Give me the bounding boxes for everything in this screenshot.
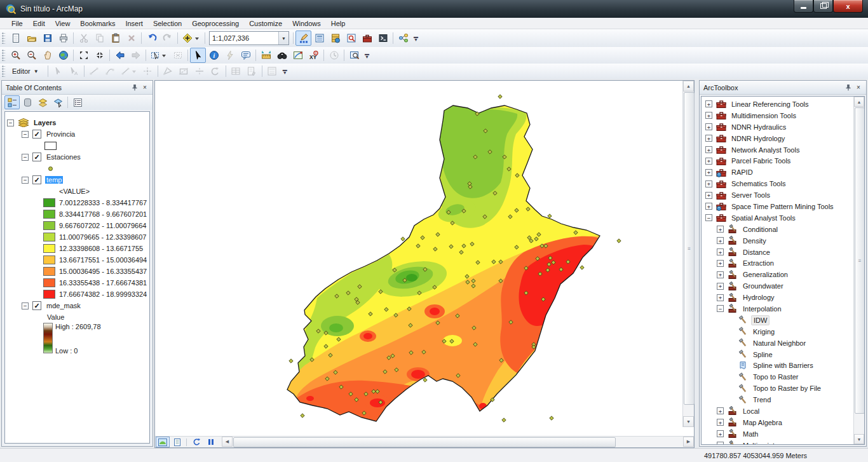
catalog-window-button[interactable] (327, 31, 343, 46)
arctoolbox-item-ndnr-hydraulics[interactable]: +NDNR Hydraulics (702, 121, 853, 133)
list-by-source-button[interactable] (20, 95, 35, 109)
scroll-up-icon[interactable]: ▲ (683, 81, 694, 92)
arctoolbox-item-generalization[interactable]: +Generalization (702, 269, 853, 280)
go-back-extent-button[interactable] (112, 48, 128, 63)
menu-edit[interactable]: Edit (28, 19, 50, 28)
arctoolbox-item-label[interactable]: Interpolation (741, 304, 783, 313)
expand-icon[interactable]: + (705, 123, 712, 130)
layer-label-estaciones[interactable]: Estaciones (45, 153, 82, 161)
legend-swatch[interactable] (43, 198, 55, 207)
table-of-contents-button[interactable] (311, 31, 327, 46)
arctoolbox-item-label[interactable]: Topo to Raster (751, 372, 801, 381)
arctoolbox-item-rapid[interactable]: +RAPID (702, 166, 853, 178)
menu-bookmarks[interactable]: Bookmarks (75, 19, 120, 28)
edit-annotation-tool[interactable]: A (66, 64, 82, 79)
arctoolbox-item-multivariate[interactable]: +Multivariate (702, 440, 853, 445)
save-button[interactable] (39, 31, 55, 46)
add-data-button[interactable] (180, 31, 203, 46)
copy-button[interactable] (92, 31, 107, 46)
arctoolbox-item-label[interactable]: Distance (741, 248, 772, 257)
arctoolbox-item-label[interactable]: Schematics Tools (729, 179, 787, 188)
collapse-icon[interactable]: − (7, 119, 14, 126)
select-features-tool[interactable] (148, 48, 170, 63)
refresh-view-button[interactable] (189, 437, 203, 447)
toolbar-overflow-button[interactable]: ▬▼ (412, 32, 419, 44)
expand-icon[interactable]: + (705, 135, 712, 142)
station-marker[interactable] (550, 416, 553, 420)
arctoolbox-item-spline[interactable]: Spline (702, 349, 853, 360)
legend-swatch[interactable] (43, 278, 55, 287)
map-drawing[interactable] (155, 81, 683, 427)
polygon-outline-symbol[interactable] (44, 142, 57, 150)
layer-row-provincia[interactable]: − ✓ Provincia (5, 128, 149, 140)
expand-icon[interactable]: + (705, 169, 712, 176)
vertical-scroll-thumb[interactable]: ≡ (855, 107, 865, 414)
expand-icon[interactable]: + (705, 203, 712, 210)
split-tool[interactable] (192, 64, 208, 79)
arctoolbox-item-math[interactable]: +Math (702, 428, 853, 440)
expand-icon[interactable]: + (705, 112, 712, 119)
layer-label-mde-mask[interactable]: mde_mask (45, 302, 82, 309)
arctoolbox-item-kriging[interactable]: Kriging (702, 326, 853, 337)
arctoolbox-item-label[interactable]: Server Tools (729, 191, 772, 200)
layers-group-row[interactable]: − Layers (5, 117, 149, 128)
html-popup-tool[interactable] (238, 48, 254, 63)
straight-segment-tool[interactable] (86, 64, 102, 79)
visibility-checkbox[interactable]: ✓ (32, 301, 41, 310)
expand-icon[interactable]: + (717, 248, 724, 255)
layer-label-provincia[interactable]: Provincia (45, 130, 76, 138)
horizontal-scroll-thumb[interactable] (233, 437, 616, 447)
search-window-button[interactable] (343, 31, 359, 46)
go-forward-extent-button[interactable] (128, 48, 144, 63)
menu-customize[interactable]: Customize (244, 19, 287, 28)
arctoolbox-item-label[interactable]: Extraction (741, 259, 776, 268)
arctoolbox-item-density[interactable]: +Density (702, 235, 853, 247)
menu-geoprocessing[interactable]: Geoprocessing (187, 19, 244, 28)
legend-swatch[interactable] (43, 210, 55, 219)
pin-icon[interactable] (130, 83, 140, 92)
map-horizontal-scrollbar[interactable]: ◀ ▶ (222, 437, 694, 447)
arctoolbox-item-hydrology[interactable]: +Hydrology (702, 292, 853, 303)
minimize-button[interactable] (794, 0, 813, 13)
arctoolbox-item-label[interactable]: Local (741, 407, 761, 416)
legend-swatch[interactable] (43, 233, 55, 241)
arc-segment-tool[interactable] (102, 64, 118, 79)
arctoolbox-item-idw[interactable]: IDW (702, 315, 853, 326)
arctoolbox-item-conditional[interactable]: +Conditional (702, 224, 853, 235)
toolbar-overflow-button[interactable]: ▬▼ (281, 65, 288, 78)
arctoolbox-item-label[interactable]: Natural Neighbor (751, 339, 808, 348)
arctoolbox-item-space-time-pattern-mining-tools[interactable]: +Space Time Pattern Mining Tools (702, 201, 853, 212)
arctoolbox-item-topo-to-raster-by-file[interactable]: Topo to Raster by File (702, 383, 853, 394)
layout-view-button[interactable] (170, 437, 184, 447)
select-elements-tool[interactable] (190, 48, 206, 63)
scroll-down-icon[interactable]: ▼ (683, 416, 694, 427)
map-scale-value[interactable]: 1:1,027,336 (210, 34, 278, 42)
measure-tool[interactable] (258, 48, 274, 63)
arctoolbox-item-label[interactable]: Math (741, 430, 760, 438)
pin-icon[interactable] (843, 83, 853, 92)
arctoolbox-item-label[interactable]: Spline with Barriers (751, 361, 815, 370)
pause-drawing-button[interactable] (204, 437, 218, 447)
visibility-checkbox[interactable]: ✓ (32, 153, 41, 161)
arctoolbox-item-schematics-tools[interactable]: +Schematics Tools (702, 178, 853, 189)
open-button[interactable] (24, 31, 39, 46)
collapse-icon[interactable]: − (22, 154, 29, 161)
arctoolbox-item-label[interactable]: Hydrology (741, 293, 776, 302)
vertical-scroll-thumb[interactable]: ≡ (684, 92, 695, 405)
arctoolbox-window-button[interactable] (359, 31, 375, 46)
expand-icon[interactable]: + (705, 100, 712, 107)
map-scale-combo[interactable]: 1:1,027,336 ▼ (209, 31, 289, 45)
close-icon[interactable]: × (140, 83, 150, 92)
arctoolbox-item-spatial-analyst-tools[interactable]: −Spatial Analyst Tools (702, 212, 853, 224)
create-features-button[interactable] (264, 64, 280, 79)
list-by-drawing-order-button[interactable] (4, 95, 20, 109)
menu-file[interactable]: File (6, 19, 28, 28)
arctoolbox-item-label[interactable]: Multidimension Tools (729, 111, 798, 120)
station-marker[interactable] (498, 95, 502, 99)
layer-row-estaciones[interactable]: − ✓ Estaciones (5, 151, 149, 163)
arctoolbox-item-label[interactable]: Spline (751, 350, 775, 359)
arctoolbox-item-label[interactable]: Generalization (741, 270, 790, 279)
station-marker[interactable] (301, 414, 304, 418)
expand-icon[interactable]: + (717, 407, 724, 414)
expand-icon[interactable]: + (717, 419, 724, 426)
